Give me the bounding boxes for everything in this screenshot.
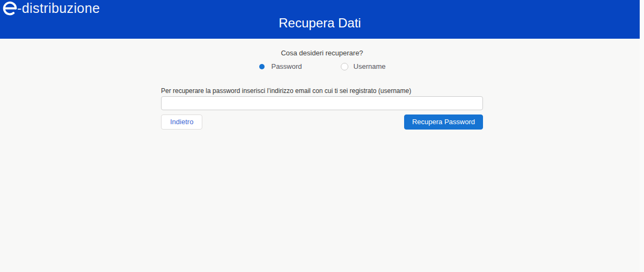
email-form: Per recuperare la password inserisci l’i… bbox=[161, 87, 483, 130]
brand-logo-text: -distribuzione bbox=[17, 1, 100, 16]
page-header: -distribuzione Recupera Dati bbox=[0, 0, 640, 39]
back-button[interactable]: Indietro bbox=[161, 114, 202, 130]
recovery-options-group: Password Username bbox=[0, 62, 644, 70]
email-label: Per recuperare la password inserisci l’i… bbox=[161, 87, 483, 95]
recover-password-button[interactable]: Recupera Password bbox=[404, 114, 483, 130]
scrollbar-track[interactable] bbox=[640, 0, 644, 272]
radio-selected-icon[interactable] bbox=[258, 63, 266, 70]
radio-unselected-icon[interactable] bbox=[341, 63, 348, 70]
form-actions: Indietro Recupera Password bbox=[161, 114, 483, 130]
e-distribuzione-logo-icon bbox=[3, 1, 17, 16]
radio-label-username: Username bbox=[354, 62, 386, 70]
recovery-form-section: Cosa desideri recuperare? Password Usern… bbox=[0, 49, 644, 130]
brand-logo: -distribuzione bbox=[3, 1, 100, 16]
email-input[interactable] bbox=[161, 96, 483, 110]
radio-option-username[interactable]: Username bbox=[341, 62, 386, 70]
radio-label-password: Password bbox=[271, 62, 302, 70]
radio-option-password[interactable]: Password bbox=[258, 62, 302, 70]
recovery-question: Cosa desideri recuperare? bbox=[0, 49, 644, 57]
